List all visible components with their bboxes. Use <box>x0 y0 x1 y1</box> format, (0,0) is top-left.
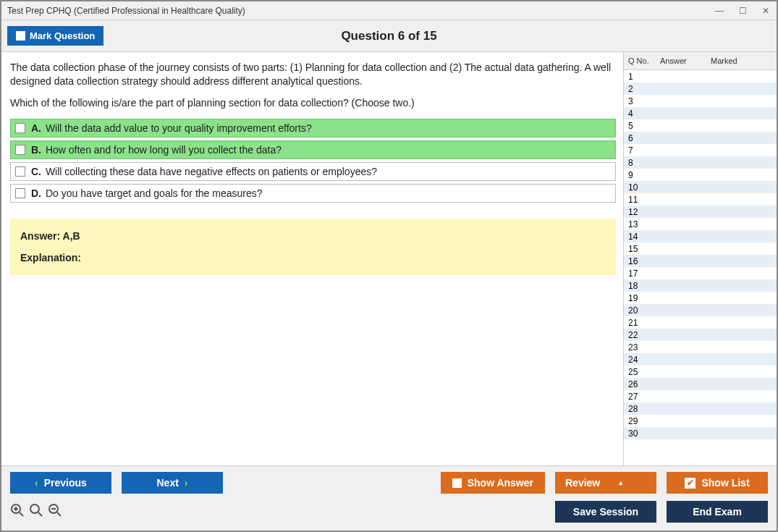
zoom-in-icon[interactable] <box>10 503 25 521</box>
options-container: A. Will the data add value to your quali… <box>10 119 616 203</box>
svg-line-7 <box>57 512 61 516</box>
option-letter: B. <box>31 144 41 156</box>
header-row: Mark Question Question 6 of 15 <box>1 20 777 52</box>
footer-row-1: ‹ Previous Next › Show Answer Review ▲ ✔… <box>10 472 768 494</box>
checkbox-icon[interactable] <box>15 123 25 133</box>
question-list-row[interactable]: 18 <box>624 279 777 292</box>
question-list-number: 26 <box>624 379 656 389</box>
option-row[interactable]: A. Will the data add value to your quali… <box>10 119 616 138</box>
zoom-reset-icon[interactable] <box>29 503 43 521</box>
question-list-row[interactable]: 13 <box>624 218 777 230</box>
question-list-row[interactable]: 28 <box>624 402 777 415</box>
question-list-row[interactable]: 15 <box>624 242 777 255</box>
question-list-number: 28 <box>624 404 656 414</box>
window-title: Test Prep CPHQ (Certified Professional i… <box>7 6 714 16</box>
question-list-row[interactable]: 8 <box>624 156 777 169</box>
dropdown-arrow-icon: ▲ <box>617 479 624 486</box>
question-list-number: 23 <box>624 342 656 352</box>
question-list-header: Q No. Answer Marked <box>624 52 777 70</box>
checkbox-icon[interactable] <box>15 145 25 155</box>
titlebar: Test Prep CPHQ (Certified Professional i… <box>1 1 777 20</box>
previous-button[interactable]: ‹ Previous <box>10 472 111 494</box>
option-row[interactable]: B. How often and for how long will you c… <box>10 140 616 159</box>
question-list-row[interactable]: 25 <box>624 366 777 378</box>
checkbox-icon[interactable] <box>15 188 25 198</box>
option-text: How often and for how long will you coll… <box>46 144 282 156</box>
question-list-row[interactable]: 22 <box>624 329 777 341</box>
question-list-row[interactable]: 9 <box>624 169 777 181</box>
mark-question-label: Mark Question <box>30 30 95 41</box>
maximize-icon[interactable]: ☐ <box>737 6 748 16</box>
previous-label: Previous <box>44 477 87 489</box>
square-icon <box>452 478 462 488</box>
question-list-number: 11 <box>624 195 656 205</box>
explanation-label: Explanation: <box>20 252 606 263</box>
footer-row-2: Save Session End Exam <box>10 501 768 523</box>
question-list-row[interactable]: 23 <box>624 341 777 353</box>
question-list-row[interactable]: 29 <box>624 415 777 427</box>
question-list-row[interactable]: 27 <box>624 390 777 402</box>
question-list-number: 14 <box>624 232 656 242</box>
col-qno: Q No. <box>624 55 656 67</box>
question-list-row[interactable]: 5 <box>624 119 777 132</box>
checkbox-icon <box>16 31 25 41</box>
question-list-number: 8 <box>624 158 656 168</box>
end-exam-label: End Exam <box>693 506 742 518</box>
question-list-row[interactable]: 1 <box>624 70 777 83</box>
end-exam-button[interactable]: End Exam <box>667 501 768 523</box>
question-list-row[interactable]: 17 <box>624 267 777 279</box>
next-button[interactable]: Next › <box>122 472 223 494</box>
main-area: The data collection phase of the journey… <box>1 52 777 465</box>
question-list-row[interactable]: 2 <box>624 83 777 95</box>
review-button[interactable]: Review ▲ <box>555 472 656 494</box>
chevron-right-icon: › <box>185 477 188 489</box>
question-list-number: 30 <box>624 428 656 439</box>
question-list-row[interactable]: 6 <box>624 132 777 144</box>
minimize-icon[interactable]: — <box>714 6 724 16</box>
question-list-row[interactable]: 16 <box>624 255 777 267</box>
question-list-row[interactable]: 3 <box>624 95 777 107</box>
question-list[interactable]: 1234567891011121314151617181920212223242… <box>624 70 777 465</box>
mark-question-button[interactable]: Mark Question <box>7 26 103 46</box>
question-list-row[interactable]: 12 <box>624 206 777 218</box>
question-list-number: 22 <box>624 330 656 340</box>
question-list-row[interactable]: 26 <box>624 378 777 390</box>
zoom-out-icon[interactable] <box>48 503 62 521</box>
answer-box: Answer: A,B Explanation: <box>10 219 616 275</box>
show-answer-button[interactable]: Show Answer <box>441 472 545 494</box>
question-list-number: 27 <box>624 392 656 402</box>
question-list-number: 5 <box>624 121 656 131</box>
option-text: Will the data add value to your quality … <box>46 122 312 134</box>
question-list-row[interactable]: 10 <box>624 181 777 193</box>
close-icon[interactable]: ✕ <box>761 6 771 16</box>
svg-line-1 <box>20 512 23 516</box>
question-list-row[interactable]: 4 <box>624 107 777 119</box>
question-list-number: 1 <box>624 72 656 82</box>
question-list-number: 16 <box>624 256 656 266</box>
question-list-row[interactable]: 30 <box>624 427 777 439</box>
question-pane: The data collection phase of the journey… <box>1 52 623 465</box>
save-session-button[interactable]: Save Session <box>555 501 656 523</box>
col-answer: Answer <box>656 55 706 67</box>
question-list-row[interactable]: 11 <box>624 193 777 206</box>
option-letter: C. <box>31 166 41 177</box>
option-row[interactable]: C. Will collecting these data have negat… <box>10 162 616 181</box>
question-list-row[interactable]: 21 <box>624 316 777 329</box>
question-list-row[interactable]: 24 <box>624 353 777 366</box>
question-list-number: 21 <box>624 318 656 328</box>
question-list-number: 4 <box>624 109 656 119</box>
question-list-row[interactable]: 19 <box>624 292 777 304</box>
question-list-row[interactable]: 7 <box>624 144 777 156</box>
question-list-number: 17 <box>624 269 656 279</box>
question-list-number: 18 <box>624 281 656 291</box>
question-list-row[interactable]: 14 <box>624 230 777 242</box>
question-list-row[interactable]: 20 <box>624 304 777 316</box>
chevron-left-icon: ‹ <box>35 477 38 489</box>
answer-line: Answer: A,B <box>20 230 606 242</box>
show-list-button[interactable]: ✔ Show List <box>667 472 768 494</box>
option-row[interactable]: D. Do you have target and goals for the … <box>10 184 616 203</box>
svg-line-5 <box>38 512 42 516</box>
question-list-number: 12 <box>624 207 656 217</box>
question-list-number: 20 <box>624 305 656 316</box>
checkbox-icon[interactable] <box>15 166 25 177</box>
